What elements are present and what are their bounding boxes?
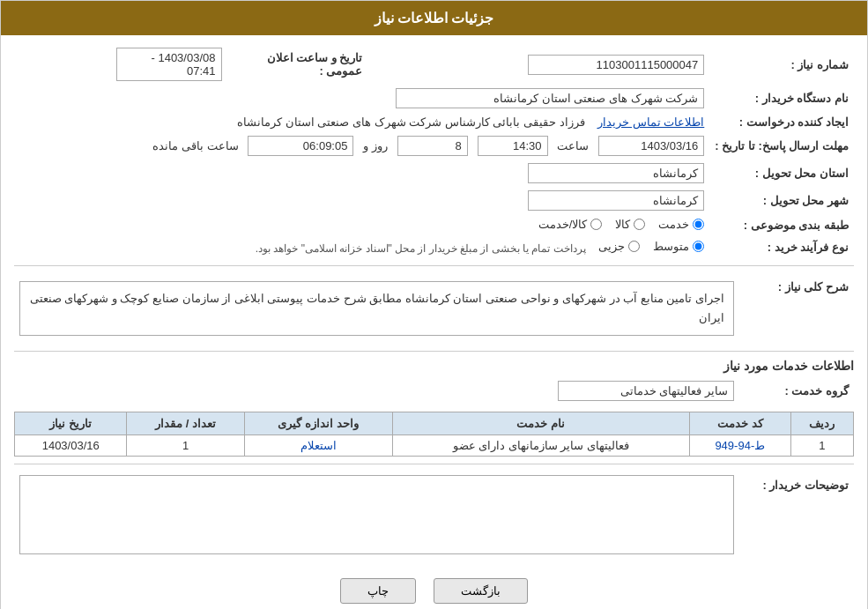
buyer-org-value: شرکت شهرک های صنعتی استان کرمانشاه [14, 85, 709, 112]
process-option-jozi: جزیی [598, 240, 640, 253]
service-group-field: سایر فعالیتهای خدماتی [558, 381, 734, 401]
category-radio-kala[interactable] [634, 219, 645, 230]
col-date: تاریخ نیاز [15, 412, 127, 435]
province-value: کرمانشاه [14, 160, 709, 187]
back-button[interactable]: بازگشت [434, 578, 528, 604]
requester-name: فرزاد حقیقی بابائی کارشناس شرکت شهرک های… [237, 115, 585, 129]
response-deadline-value: 1403/03/16 ساعت 14:30 8 روز و 06:09:05 س… [14, 132, 709, 160]
announce-date-value: 1403/03/08 - 07:41 [14, 44, 227, 85]
service-group-value: سایر فعالیتهای خدماتی [14, 377, 739, 405]
process-label-jozi: جزیی [598, 240, 625, 253]
services-table-header: ردیف کد خدمت نام خدمت واحد اندازه گیری ت… [15, 412, 854, 435]
city-field: کرمانشاه [528, 190, 704, 211]
comments-table: توضیحات خریدار : ​ [14, 472, 854, 558]
divider-2 [14, 351, 854, 352]
response-time-field: 14:30 [478, 136, 548, 156]
description-table: شرح کلی نیاز : اجرای تامین منابع آب در ش… [14, 273, 854, 344]
buyer-comments-box: ​ [19, 475, 734, 554]
cell-quantity: 1 [127, 435, 244, 457]
city-row: شهر محل تحویل : کرمانشاه [14, 187, 854, 214]
category-options: خدمت کالا کالا/خدمت [14, 214, 709, 236]
col-unit: واحد اندازه گیری [244, 412, 392, 435]
process-label: نوع فرآیند خرید : [709, 236, 854, 258]
need-number-row: شماره نیاز : 1103001115000047 تاریخ و سا… [14, 44, 854, 85]
requester-row: ایجاد کننده درخواست : اطلاعات تماس خریدا… [14, 112, 854, 132]
process-radio-motevaset[interactable] [693, 241, 704, 252]
category-radio-khadamat[interactable] [693, 219, 704, 230]
response-days-field: 8 [397, 136, 468, 156]
description-value: اجرای تامین منابع آب در شهرکهای و نواحی … [14, 273, 739, 344]
page-header: جزئیات اطلاعات نیاز [1, 1, 867, 35]
process-radio-jozi[interactable] [628, 241, 640, 252]
announce-date-label: تاریخ و ساعت اعلان عمومی : [227, 44, 368, 85]
services-header-row: ردیف کد خدمت نام خدمت واحد اندازه گیری ت… [15, 412, 854, 435]
buyer-org-field: شرکت شهرک های صنعتی استان کرمانشاه [396, 88, 704, 108]
table-row: 1ط-94-949فعالیتهای سایر سازمانهای دارای … [15, 435, 854, 457]
services-table: ردیف کد خدمت نام خدمت واحد اندازه گیری ت… [14, 412, 854, 457]
service-group-label: گروه خدمت : [739, 377, 854, 405]
announce-date-field: 1403/03/08 - 07:41 [116, 48, 222, 81]
response-remaining-field: 06:09:05 [248, 136, 353, 156]
print-button[interactable]: چاپ [340, 578, 416, 604]
category-label-khadamat: خدمت [658, 218, 689, 231]
category-label: طبقه بندی موضوعی : [709, 214, 854, 236]
col-name: نام خدمت [392, 412, 689, 435]
requester-link[interactable]: اطلاعات تماس خریدار [597, 115, 704, 129]
buyer-comments-value: ​ [14, 472, 739, 558]
city-value: کرمانشاه [14, 187, 709, 214]
service-group-row: گروه خدمت : سایر فعالیتهای خدماتی [14, 377, 854, 405]
description-row: شرح کلی نیاز : اجرای تامین منابع آب در ش… [14, 273, 854, 344]
page-wrapper: جزئیات اطلاعات نیاز شماره نیاز : 1103001… [0, 0, 868, 609]
col-code: کد خدمت [690, 412, 791, 435]
process-options: متوسط جزیی پرداخت تمام یا بخشی از مبلغ خ… [14, 236, 709, 258]
need-number-field: 1103001115000047 [528, 55, 704, 75]
buyer-org-row: نام دستگاه خریدار : شرکت شهرک های صنعتی … [14, 85, 854, 112]
requester-value: اطلاعات تماس خریدار فرزاد حقیقی بابائی ک… [14, 112, 709, 132]
cell-unit: استعلام [244, 435, 392, 457]
col-quantity: تعداد / مقدار [127, 412, 244, 435]
requester-label: ایجاد کننده درخواست : [709, 112, 854, 132]
process-radio-group: متوسط جزیی [598, 240, 704, 253]
category-radio-kala-khadamat[interactable] [590, 219, 602, 230]
response-remaining-label: ساعت باقی مانده [152, 139, 238, 152]
cell-date: 1403/03/16 [15, 435, 127, 457]
category-option-kala: کالا [615, 218, 645, 231]
service-group-table: گروه خدمت : سایر فعالیتهای خدماتی [14, 377, 854, 405]
services-table-body: 1ط-94-949فعالیتهای سایر سازمانهای دارای … [15, 435, 854, 457]
category-option-kala-khadamat: کالا/خدمت [538, 218, 603, 231]
category-row: طبقه بندی موضوعی : خدمت کالا [14, 214, 854, 236]
divider-3 [14, 464, 854, 464]
cell-row: 1 [790, 435, 853, 457]
info-table: شماره نیاز : 1103001115000047 تاریخ و سا… [14, 44, 854, 258]
category-option-khadamat: خدمت [658, 218, 704, 231]
response-date-field: 1403/03/16 [598, 136, 704, 156]
process-label-motevaset: متوسط [653, 240, 689, 253]
province-label: استان محل تحویل : [709, 160, 854, 187]
cell-name: فعالیتهای سایر سازمانهای دارای عضو [392, 435, 689, 457]
response-deadline-label: مهلت ارسال پاسخ: تا تاریخ : [709, 132, 854, 160]
city-label: شهر محل تحویل : [709, 187, 854, 214]
buyer-comments-label: توضیحات خریدار : [739, 472, 854, 558]
category-label-kala: کالا [615, 218, 630, 231]
description-box: اجرای تامین منابع آب در شهرکهای و نواحی … [19, 281, 734, 336]
divider-1 [14, 265, 854, 266]
cell-code: ط-94-949 [690, 435, 791, 457]
response-deadline-row: مهلت ارسال پاسخ: تا تاریخ : 1403/03/16 س… [14, 132, 854, 160]
need-number-label: شماره نیاز : [709, 44, 854, 85]
process-option-motevaset: متوسط [653, 240, 704, 253]
response-days-label: روز و [363, 139, 388, 152]
province-field: کرمانشاه [528, 163, 704, 183]
category-label-kala-khadamat: کالا/خدمت [538, 218, 588, 231]
description-label: شرح کلی نیاز : [739, 273, 854, 344]
province-row: استان محل تحویل : کرمانشاه [14, 160, 854, 187]
response-time-label: ساعت [557, 139, 589, 152]
process-row: نوع فرآیند خرید : متوسط جزیی پرداخت [14, 236, 854, 258]
need-number-value: 1103001115000047 [368, 44, 710, 85]
bottom-buttons: بازگشت چاپ [14, 565, 854, 609]
process-note: پرداخت تمام یا بخشی از مبلغ خریدار از مح… [256, 242, 586, 255]
col-row: ردیف [790, 412, 853, 435]
buyer-org-label: نام دستگاه خریدار : [709, 85, 854, 112]
category-radio-group: خدمت کالا کالا/خدمت [538, 218, 705, 231]
page-title: جزئیات اطلاعات نیاز [375, 11, 494, 26]
comments-row: توضیحات خریدار : ​ [14, 472, 854, 558]
